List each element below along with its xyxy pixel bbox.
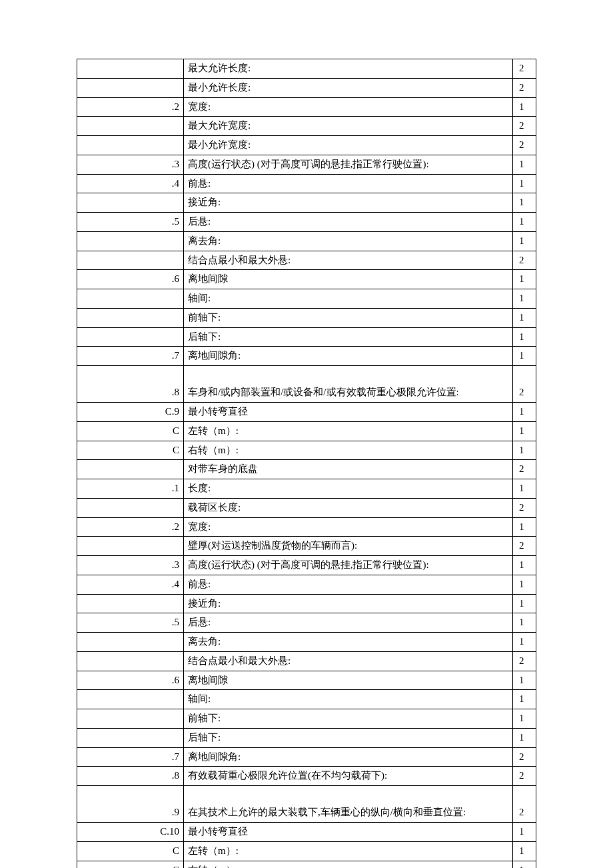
table-row: 最大允许长度:2 — [77, 59, 536, 79]
row-value: 2 — [513, 59, 536, 79]
row-desc: 接近角: — [184, 193, 513, 213]
row-desc: 最小转弯直径 — [184, 823, 513, 842]
table-row: 后轴下:1 — [77, 327, 536, 347]
row-code: .3 — [77, 155, 184, 174]
row-desc: 壁厚(对运送控制温度货物的车辆而言): — [184, 537, 513, 556]
row-value: 1 — [513, 709, 536, 729]
row-value: 1 — [513, 213, 536, 232]
row-code: .8 — [77, 767, 184, 786]
row-code — [77, 728, 184, 747]
table-row: 对带车身的底盘2 — [77, 460, 536, 479]
table-row: 结合点最小和最大外悬:2 — [77, 251, 536, 270]
row-value: 2 — [513, 651, 536, 671]
table-row: 载荷区长度:2 — [77, 498, 536, 517]
row-desc: 宽度: — [184, 517, 513, 537]
row-desc: 左转（m）: — [184, 841, 513, 861]
row-value: 2 — [513, 78, 536, 97]
row-code — [77, 594, 184, 613]
row-code: .9 — [77, 786, 184, 823]
row-desc: 有效载荷重心极限允许位置(在不均匀载荷下): — [184, 767, 513, 786]
row-code: .6 — [77, 671, 184, 690]
row-value: 1 — [513, 823, 536, 842]
table-row: 最小允许宽度:2 — [77, 136, 536, 155]
table-row: .4前悬:1 — [77, 575, 536, 594]
row-value: 2 — [513, 460, 536, 479]
table-row: .3高度(运行状态) (对于高度可调的悬挂,指正常行驶位置):1 — [77, 155, 536, 174]
row-code: .8 — [77, 366, 184, 403]
row-value: 1 — [513, 728, 536, 747]
table-row: .8车身和/或内部装置和/或设备和/或有效载荷重心极限允许位置:2 — [77, 366, 536, 403]
row-value: 1 — [513, 308, 536, 327]
row-code: .7 — [77, 747, 184, 767]
row-code — [77, 136, 184, 155]
row-code — [77, 308, 184, 327]
row-desc: 轴间: — [184, 289, 513, 309]
table-row: 后轴下:1 — [77, 728, 536, 747]
row-code: C.9 — [77, 403, 184, 422]
row-code: .4 — [77, 575, 184, 594]
row-value: 1 — [513, 421, 536, 441]
row-desc: 宽度: — [184, 97, 513, 117]
table-row: .7离地间隙角:1 — [77, 347, 536, 366]
row-desc: 右转（m）: — [184, 441, 513, 460]
row-desc: 前悬: — [184, 174, 513, 193]
table-row: 离去角:1 — [77, 231, 536, 251]
row-value: 1 — [513, 633, 536, 652]
row-value: 1 — [513, 841, 536, 861]
table-row: .8有效载荷重心极限允许位置(在不均匀载荷下):2 — [77, 767, 536, 786]
row-value: 1 — [513, 155, 536, 174]
row-value: 1 — [513, 97, 536, 117]
row-desc: 前悬: — [184, 575, 513, 594]
table-row: .2宽度:1 — [77, 517, 536, 537]
table-row: .5后悬:1 — [77, 613, 536, 633]
row-desc: 最大允许长度: — [184, 59, 513, 79]
row-value: 2 — [513, 251, 536, 270]
row-code — [77, 117, 184, 136]
row-code — [77, 327, 184, 347]
row-code — [77, 231, 184, 251]
row-value: 1 — [513, 174, 536, 193]
row-value: 1 — [513, 575, 536, 594]
table-row: 离去角:1 — [77, 633, 536, 652]
table-row: 最小允许长度:2 — [77, 78, 536, 97]
row-desc: 结合点最小和最大外悬: — [184, 651, 513, 671]
row-code — [77, 498, 184, 517]
row-value: 1 — [513, 594, 536, 613]
row-value: 1 — [513, 270, 536, 289]
row-code — [77, 289, 184, 309]
row-value: 1 — [513, 517, 536, 537]
table-row: 前轴下:1 — [77, 308, 536, 327]
row-value: 1 — [513, 613, 536, 633]
row-code — [77, 537, 184, 556]
table-row: 前轴下:1 — [77, 709, 536, 729]
row-desc: 轴间: — [184, 690, 513, 709]
table-row: 结合点最小和最大外悬:2 — [77, 651, 536, 671]
table-row: .5后悬:1 — [77, 213, 536, 232]
row-value: 1 — [513, 690, 536, 709]
row-value: 1 — [513, 671, 536, 690]
table-row: 接近角:1 — [77, 594, 536, 613]
row-desc: 离地间隙角: — [184, 747, 513, 767]
row-value: 1 — [513, 193, 536, 213]
row-value: 2 — [513, 767, 536, 786]
table-row: 轴间:1 — [77, 289, 536, 309]
row-desc: 离去角: — [184, 231, 513, 251]
row-desc: 在其技术上允许的最大装载下,车辆重心的纵向/横向和垂直位置: — [184, 786, 513, 823]
row-code: .1 — [77, 479, 184, 499]
row-desc: 车身和/或内部装置和/或设备和/或有效载荷重心极限允许位置: — [184, 366, 513, 403]
row-desc: 高度(运行状态) (对于高度可调的悬挂,指正常行驶位置): — [184, 155, 513, 174]
table-row: 接近角:1 — [77, 193, 536, 213]
row-code: C — [77, 861, 184, 868]
row-desc: 结合点最小和最大外悬: — [184, 251, 513, 270]
row-desc: 最小允许长度: — [184, 78, 513, 97]
table-row: C.9最小转弯直径1 — [77, 403, 536, 422]
spec-table: 最大允许长度:2最小允许长度:2.2宽度:1最大允许宽度:2最小允许宽度:2.3… — [77, 59, 536, 868]
table-row: C左转（m）:1 — [77, 421, 536, 441]
table-row: .3高度(运行状态) (对于高度可调的悬挂,指正常行驶位置):1 — [77, 556, 536, 575]
row-desc: 离地间隙 — [184, 270, 513, 289]
row-desc: 后轴下: — [184, 327, 513, 347]
row-code — [77, 709, 184, 729]
row-code: .3 — [77, 556, 184, 575]
table-row: 轴间:1 — [77, 690, 536, 709]
row-value: 2 — [513, 136, 536, 155]
